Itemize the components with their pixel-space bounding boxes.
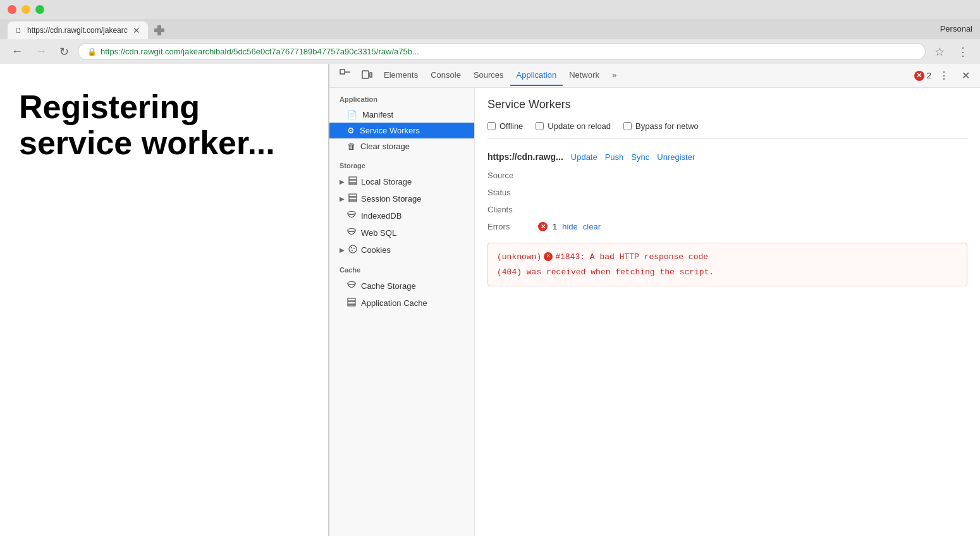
- devtools-close-button[interactable]: ✕: [957, 67, 975, 84]
- main-area: Registering service worker... Elements C…: [0, 64, 980, 536]
- bookmark-button[interactable]: ☆: [931, 44, 948, 60]
- offline-checkbox[interactable]: [487, 122, 496, 130]
- svg-rect-8: [349, 183, 357, 185]
- error-line-1: (unknown)✕ #1843: A bad HTTP response co…: [497, 251, 958, 264]
- title-bar: [0, 0, 980, 19]
- offline-checkbox-label[interactable]: Offline: [487, 121, 523, 131]
- app-cache-icon: [347, 298, 356, 308]
- tabs-bar: 🗋 https://cdn.rawgit.com/jakearc ✕ Perso…: [0, 19, 980, 39]
- svg-rect-19: [348, 298, 355, 301]
- svg-point-15: [351, 247, 352, 248]
- clients-value: [538, 204, 967, 216]
- tab-sources[interactable]: Sources: [467, 65, 510, 86]
- update-on-reload-label: Update on reload: [548, 121, 611, 131]
- devtools-sidebar: Application 📄 Manifest ⚙ Service Workers…: [329, 88, 475, 536]
- sidebar-item-session-storage[interactable]: ▶ Session Storage: [329, 190, 474, 207]
- svg-point-14: [349, 245, 357, 253]
- source-label: Source: [487, 169, 538, 181]
- minimize-traffic-light[interactable]: [21, 5, 30, 14]
- devtools-tab-right: ✕ 2 ⋮ ✕: [914, 67, 975, 84]
- tab-more[interactable]: »: [606, 65, 623, 86]
- inspect-element-button[interactable]: [334, 66, 356, 85]
- service-workers-icon: ⚙: [347, 126, 355, 135]
- browser-chrome: 🗋 https://cdn.rawgit.com/jakearc ✕ Perso…: [0, 0, 980, 64]
- expand-arrow-session: ▶: [340, 195, 345, 202]
- sidebar-item-indexeddb[interactable]: IndexedDB: [329, 207, 474, 224]
- update-on-reload-checkbox-label[interactable]: Update on reload: [536, 121, 611, 131]
- back-button[interactable]: ←: [8, 44, 27, 59]
- svg-rect-4: [362, 71, 369, 78]
- errors-row: ✕ 1 hide clear: [538, 221, 967, 233]
- error-text-line1: (unknown): [497, 251, 541, 264]
- errors-count: 1: [553, 222, 557, 231]
- local-storage-icon: [348, 176, 357, 187]
- reload-button[interactable]: ↻: [56, 44, 73, 60]
- status-value: [538, 186, 967, 198]
- clients-label: Clients: [487, 204, 538, 216]
- sidebar-item-label-local-storage: Local Storage: [361, 177, 412, 186]
- tab-page-icon: 🗋: [15, 27, 22, 34]
- svg-rect-1: [154, 28, 164, 32]
- sidebar-item-label-indexeddb: IndexedDB: [361, 211, 401, 221]
- manifest-icon: 📄: [347, 110, 357, 119]
- page-content: Registering service worker...: [0, 64, 329, 536]
- sidebar-item-label-service-workers: Service Workers: [360, 126, 420, 135]
- bypass-checkbox[interactable]: [623, 122, 632, 130]
- url-bar[interactable]: 🔒 https://cdn.rawgit.com/jakearchibald/5…: [78, 43, 926, 60]
- bypass-label: Bypass for netwo: [635, 121, 699, 131]
- sidebar-item-manifest[interactable]: 📄 Manifest: [329, 107, 474, 123]
- sidebar-item-label-websql: Web SQL: [361, 228, 396, 238]
- device-toolbar-button[interactable]: [356, 66, 377, 85]
- forward-button[interactable]: →: [32, 44, 51, 59]
- maximize-traffic-light[interactable]: [35, 5, 44, 14]
- tab-application[interactable]: Application: [510, 65, 563, 86]
- secure-lock-icon: 🔒: [87, 47, 97, 56]
- svg-rect-9: [349, 194, 357, 197]
- status-label: Status: [487, 186, 538, 198]
- clear-storage-icon: 🗑: [347, 142, 355, 151]
- svg-rect-21: [348, 305, 355, 306]
- address-bar: ← → ↻ 🔒 https://cdn.rawgit.com/jakearchi…: [0, 39, 980, 64]
- sidebar-item-service-workers[interactable]: ⚙ Service Workers: [329, 123, 474, 138]
- page-heading: Registering service worker...: [19, 89, 309, 161]
- worker-entry: https://cdn.rawg... Update Push Sync Unr…: [487, 152, 967, 286]
- sidebar-item-cache-storage[interactable]: Cache Storage: [329, 277, 474, 295]
- sidebar-item-websql[interactable]: Web SQL: [329, 224, 474, 241]
- devtools-more-button[interactable]: ⋮: [934, 67, 954, 84]
- worker-unregister-link[interactable]: Unregister: [657, 152, 695, 162]
- error-message-box: (unknown)✕ #1843: A bad HTTP response co…: [487, 243, 967, 286]
- errors-label: Errors: [487, 221, 538, 233]
- tab-elements[interactable]: Elements: [377, 65, 424, 86]
- close-traffic-light[interactable]: [8, 5, 16, 14]
- svg-point-12: [348, 212, 355, 215]
- bypass-checkbox-label[interactable]: Bypass for netwo: [623, 121, 699, 131]
- devtools-body: Application 📄 Manifest ⚙ Service Workers…: [329, 88, 980, 536]
- devtools-main-panel: Service Workers Offline Update on reload: [475, 88, 980, 536]
- hide-errors-button[interactable]: hide: [562, 222, 578, 231]
- indexeddb-icon: [347, 210, 356, 221]
- offline-label: Offline: [499, 121, 523, 131]
- panel-title: Service Workers: [487, 98, 967, 111]
- browser-tab[interactable]: 🗋 https://cdn.rawgit.com/jakearc ✕: [8, 21, 148, 39]
- worker-push-link[interactable]: Push: [605, 152, 624, 162]
- clear-errors-button[interactable]: clear: [583, 222, 601, 231]
- sidebar-item-local-storage[interactable]: ▶ Local Storage: [329, 173, 474, 190]
- tab-console[interactable]: Console: [424, 65, 467, 86]
- url-text: https://cdn.rawgit.com/jakearchibald/5dc…: [101, 47, 419, 56]
- worker-update-link[interactable]: Update: [571, 152, 597, 162]
- sidebar-item-label-cache-storage: Cache Storage: [361, 281, 416, 291]
- svg-point-17: [352, 250, 353, 251]
- update-on-reload-checkbox[interactable]: [536, 122, 544, 130]
- worker-sync-link[interactable]: Sync: [631, 152, 649, 162]
- sidebar-item-cookies[interactable]: ▶ Cookies: [329, 241, 474, 259]
- cache-storage-icon: [347, 281, 356, 291]
- sidebar-item-clear-storage[interactable]: 🗑 Clear storage: [329, 138, 474, 154]
- new-tab-button[interactable]: [150, 21, 168, 39]
- tab-network[interactable]: Network: [563, 65, 606, 86]
- worker-url-row: https://cdn.rawg... Update Push Sync Unr…: [487, 152, 967, 162]
- tab-close-button[interactable]: ✕: [133, 25, 140, 35]
- sidebar-item-app-cache[interactable]: Application Cache: [329, 295, 474, 312]
- heading-line2: service worker...: [19, 125, 275, 161]
- menu-button[interactable]: ⋮: [953, 44, 972, 60]
- session-storage-icon: [348, 193, 357, 204]
